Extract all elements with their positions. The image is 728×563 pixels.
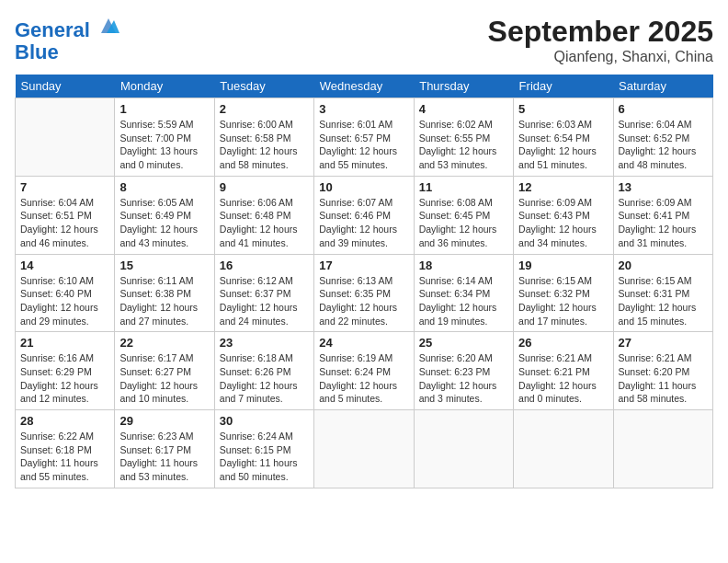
day-info: Sunrise: 6:21 AM Sunset: 6:20 PM Dayligh… (619, 351, 708, 406)
day-info: Sunrise: 6:06 AM Sunset: 6:48 PM Dayligh… (220, 196, 309, 250)
day-number: 25 (419, 336, 508, 350)
calendar-cell: 9Sunrise: 6:06 AM Sunset: 6:48 PM Daylig… (214, 176, 313, 254)
day-number: 11 (419, 180, 508, 194)
calendar-cell: 12Sunrise: 6:09 AM Sunset: 6:43 PM Dayli… (514, 176, 613, 254)
calendar-cell: 13Sunrise: 6:09 AM Sunset: 6:41 PM Dayli… (613, 176, 712, 254)
calendar-cell: 2Sunrise: 6:00 AM Sunset: 6:58 PM Daylig… (214, 98, 313, 177)
day-info: Sunrise: 6:21 AM Sunset: 6:21 PM Dayligh… (518, 351, 608, 406)
day-info: Sunrise: 6:15 AM Sunset: 6:32 PM Dayligh… (518, 274, 608, 328)
day-number: 2 (220, 102, 309, 116)
calendar-cell: 29Sunrise: 6:23 AM Sunset: 6:17 PM Dayli… (115, 410, 214, 488)
calendar-cell: 21Sunrise: 6:16 AM Sunset: 6:29 PM Dayli… (16, 332, 115, 410)
month-title: September 2025 (488, 15, 713, 49)
logo: General Blue (15, 15, 119, 63)
day-info: Sunrise: 6:18 AM Sunset: 6:26 PM Dayligh… (220, 351, 309, 406)
day-info: Sunrise: 6:14 AM Sunset: 6:34 PM Dayligh… (419, 274, 508, 328)
day-number: 21 (20, 336, 109, 350)
day-number: 18 (419, 259, 508, 272)
day-info: Sunrise: 6:20 AM Sunset: 6:23 PM Dayligh… (419, 351, 508, 406)
calendar-cell: 22Sunrise: 6:17 AM Sunset: 6:27 PM Dayli… (115, 332, 214, 410)
calendar-week-row: 21Sunrise: 6:16 AM Sunset: 6:29 PM Dayli… (16, 332, 713, 410)
calendar-cell: 19Sunrise: 6:15 AM Sunset: 6:32 PM Dayli… (514, 254, 613, 332)
calendar-cell: 27Sunrise: 6:21 AM Sunset: 6:20 PM Dayli… (613, 332, 712, 410)
weekday-header: Wednesday (314, 75, 414, 98)
day-info: Sunrise: 6:11 AM Sunset: 6:38 PM Dayligh… (119, 274, 209, 328)
calendar-cell: 18Sunrise: 6:14 AM Sunset: 6:34 PM Dayli… (414, 254, 513, 332)
calendar-cell: 17Sunrise: 6:13 AM Sunset: 6:35 PM Dayli… (314, 254, 414, 332)
calendar-cell: 16Sunrise: 6:12 AM Sunset: 6:37 PM Dayli… (214, 254, 313, 332)
day-number: 5 (518, 102, 608, 116)
weekday-header: Monday (115, 75, 214, 98)
logo-line1: General (15, 18, 90, 41)
calendar-cell: 4Sunrise: 6:02 AM Sunset: 6:55 PM Daylig… (414, 98, 513, 177)
calendar-cell: 30Sunrise: 6:24 AM Sunset: 6:15 PM Dayli… (214, 410, 313, 488)
day-number: 24 (319, 336, 408, 350)
day-number: 14 (20, 259, 109, 272)
day-info: Sunrise: 6:24 AM Sunset: 6:15 PM Dayligh… (220, 430, 309, 484)
day-number: 10 (319, 180, 408, 194)
day-number: 30 (220, 414, 309, 428)
page-header: General Blue September 2025 Qianfeng, Sh… (15, 15, 713, 65)
day-number: 17 (319, 259, 408, 272)
day-info: Sunrise: 6:04 AM Sunset: 6:51 PM Dayligh… (20, 196, 109, 250)
day-number: 1 (119, 102, 209, 116)
day-info: Sunrise: 6:07 AM Sunset: 6:46 PM Dayligh… (319, 196, 408, 250)
day-info: Sunrise: 6:03 AM Sunset: 6:54 PM Dayligh… (518, 118, 608, 172)
day-info: Sunrise: 6:23 AM Sunset: 6:17 PM Dayligh… (119, 430, 209, 484)
day-info: Sunrise: 6:05 AM Sunset: 6:49 PM Dayligh… (119, 196, 209, 250)
weekday-header: Saturday (613, 75, 712, 98)
calendar-cell: 10Sunrise: 6:07 AM Sunset: 6:46 PM Dayli… (314, 176, 414, 254)
day-number: 7 (20, 180, 109, 194)
calendar-cell: 25Sunrise: 6:20 AM Sunset: 6:23 PM Dayli… (414, 332, 513, 410)
calendar-cell: 14Sunrise: 6:10 AM Sunset: 6:40 PM Dayli… (16, 254, 115, 332)
calendar-cell: 11Sunrise: 6:08 AM Sunset: 6:45 PM Dayli… (414, 176, 513, 254)
day-number: 8 (119, 180, 209, 194)
calendar-cell: 24Sunrise: 6:19 AM Sunset: 6:24 PM Dayli… (314, 332, 414, 410)
day-number: 27 (619, 336, 708, 350)
calendar-cell: 3Sunrise: 6:01 AM Sunset: 6:57 PM Daylig… (314, 98, 414, 177)
calendar-cell (314, 410, 414, 488)
day-info: Sunrise: 6:22 AM Sunset: 6:18 PM Dayligh… (20, 430, 109, 484)
calendar-cell (414, 410, 513, 488)
day-info: Sunrise: 6:04 AM Sunset: 6:52 PM Dayligh… (619, 118, 708, 172)
calendar-cell (613, 410, 712, 488)
calendar-cell: 5Sunrise: 6:03 AM Sunset: 6:54 PM Daylig… (514, 98, 613, 177)
location: Qianfeng, Shanxi, China (488, 49, 713, 65)
day-info: Sunrise: 6:15 AM Sunset: 6:31 PM Dayligh… (619, 274, 708, 328)
day-info: Sunrise: 6:09 AM Sunset: 6:43 PM Dayligh… (518, 196, 608, 250)
weekday-header: Tuesday (214, 75, 313, 98)
day-info: Sunrise: 6:13 AM Sunset: 6:35 PM Dayligh… (319, 274, 408, 328)
calendar-cell (514, 410, 613, 488)
header-row: SundayMondayTuesdayWednesdayThursdayFrid… (16, 75, 713, 98)
day-info: Sunrise: 6:17 AM Sunset: 6:27 PM Dayligh… (119, 351, 209, 406)
day-number: 29 (119, 414, 209, 428)
logo-text: General (15, 15, 119, 41)
day-info: Sunrise: 6:19 AM Sunset: 6:24 PM Dayligh… (319, 351, 408, 406)
day-number: 20 (619, 259, 708, 272)
calendar-cell (16, 98, 115, 177)
day-info: Sunrise: 6:02 AM Sunset: 6:55 PM Dayligh… (419, 118, 508, 172)
title-block: September 2025 Qianfeng, Shanxi, China (488, 15, 713, 65)
day-info: Sunrise: 6:01 AM Sunset: 6:57 PM Dayligh… (319, 118, 408, 172)
day-info: Sunrise: 5:59 AM Sunset: 7:00 PM Dayligh… (119, 118, 209, 172)
day-number: 23 (220, 336, 309, 350)
day-number: 9 (220, 180, 309, 194)
day-number: 15 (119, 259, 209, 272)
day-info: Sunrise: 6:09 AM Sunset: 6:41 PM Dayligh… (619, 196, 708, 250)
day-info: Sunrise: 6:12 AM Sunset: 6:37 PM Dayligh… (220, 274, 309, 328)
calendar-cell: 28Sunrise: 6:22 AM Sunset: 6:18 PM Dayli… (16, 410, 115, 488)
calendar-cell: 8Sunrise: 6:05 AM Sunset: 6:49 PM Daylig… (115, 176, 214, 254)
calendar-cell: 26Sunrise: 6:21 AM Sunset: 6:21 PM Dayli… (514, 332, 613, 410)
day-info: Sunrise: 6:10 AM Sunset: 6:40 PM Dayligh… (20, 274, 109, 328)
day-info: Sunrise: 6:00 AM Sunset: 6:58 PM Dayligh… (220, 118, 309, 172)
day-info: Sunrise: 6:08 AM Sunset: 6:45 PM Dayligh… (419, 196, 508, 250)
calendar-week-row: 7Sunrise: 6:04 AM Sunset: 6:51 PM Daylig… (16, 176, 713, 254)
calendar-week-row: 28Sunrise: 6:22 AM Sunset: 6:18 PM Dayli… (16, 410, 713, 488)
day-number: 13 (619, 180, 708, 194)
calendar-week-row: 1Sunrise: 5:59 AM Sunset: 7:00 PM Daylig… (16, 98, 713, 177)
day-number: 6 (619, 102, 708, 116)
day-number: 26 (518, 336, 608, 350)
day-number: 16 (220, 259, 309, 272)
day-number: 12 (518, 180, 608, 194)
calendar-week-row: 14Sunrise: 6:10 AM Sunset: 6:40 PM Dayli… (16, 254, 713, 332)
